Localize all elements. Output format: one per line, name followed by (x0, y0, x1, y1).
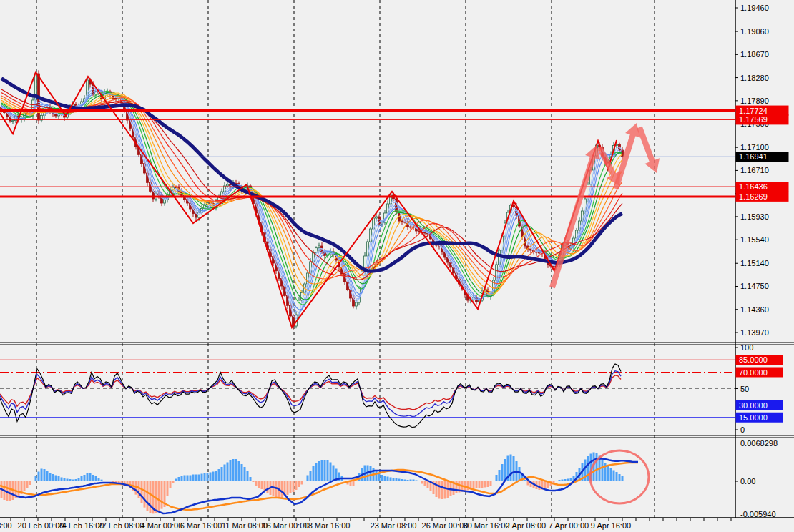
price-axis-labels: 1.194601.190601.186701.182801.178901.175… (735, 4, 789, 518)
svg-text:85.0000: 85.0000 (739, 355, 768, 364)
trading-chart-window: 1.194601.190601.186701.182801.178901.175… (0, 0, 794, 532)
svg-text:6 Mar 16:00: 6 Mar 16:00 (180, 521, 222, 530)
svg-text:-0.005940: -0.005940 (740, 510, 776, 518)
svg-text:15.0000: 15.0000 (739, 413, 768, 422)
svg-text:11 Mar 08:00: 11 Mar 08:00 (222, 521, 268, 530)
svg-text:1.15540: 1.15540 (740, 235, 769, 244)
svg-text:16 Mar 00:00: 16 Mar 00:00 (263, 521, 309, 530)
svg-text:26 Mar 00:00: 26 Mar 00:00 (422, 521, 469, 530)
svg-text:27 Feb 08:00: 27 Feb 08:00 (98, 521, 144, 530)
ma-ribbon (1, 87, 622, 319)
drawn-annotations-arrows[interactable] (552, 123, 660, 503)
svg-text:1.17724: 1.17724 (739, 107, 768, 115)
svg-text:1.14360: 1.14360 (740, 305, 769, 314)
oscillator-panel[interactable] (0, 360, 735, 427)
svg-text:1.16710: 1.16710 (740, 166, 769, 174)
svg-text:4 Mar 00:00: 4 Mar 00:00 (141, 521, 183, 530)
price-panel[interactable] (0, 70, 735, 330)
svg-text:100: 100 (740, 343, 753, 352)
chart-canvas[interactable]: 1.194601.190601.186701.182801.178901.175… (0, 0, 794, 532)
svg-text:1.18280: 1.18280 (740, 74, 769, 82)
svg-text:0.0068298: 0.0068298 (740, 439, 778, 448)
svg-text:30.0000: 30.0000 (739, 401, 768, 410)
svg-text:1.16941: 1.16941 (739, 152, 768, 161)
svg-text:1.17100: 1.17100 (740, 143, 769, 152)
trend-arrow-annotation[interactable] (616, 123, 640, 189)
svg-text:1.14750: 1.14750 (740, 282, 769, 290)
svg-text:1.17890: 1.17890 (740, 97, 769, 105)
svg-text:9 Apr 16:00: 9 Apr 16:00 (591, 521, 631, 530)
time-axis-labels: 8:0020 Feb 00:0024 Feb 16:0027 Feb 08:00… (0, 518, 731, 530)
svg-text:1.15140: 1.15140 (740, 259, 769, 267)
svg-text:0.00: 0.00 (740, 477, 755, 486)
trend-arrow-annotation[interactable] (639, 127, 660, 173)
svg-text:0: 0 (740, 425, 745, 434)
svg-text:1.19460: 1.19460 (740, 4, 769, 12)
macd-panel[interactable] (0, 453, 638, 514)
svg-text:30 Mar 16:00: 30 Mar 16:00 (464, 521, 510, 530)
svg-text:1.15930: 1.15930 (740, 212, 769, 221)
svg-text:1.13970: 1.13970 (740, 328, 769, 337)
svg-text:1.18670: 1.18670 (740, 50, 769, 59)
svg-text:70.0000: 70.0000 (739, 368, 768, 377)
svg-text:1.17569: 1.17569 (739, 115, 768, 124)
svg-text:1.16269: 1.16269 (739, 192, 768, 201)
svg-text:8:00: 8:00 (0, 521, 12, 530)
svg-text:7 Apr 00:00: 7 Apr 00:00 (549, 521, 589, 530)
svg-text:18 Mar 16:00: 18 Mar 16:00 (304, 521, 351, 530)
svg-text:1.16436: 1.16436 (739, 182, 768, 191)
svg-text:23 Mar 08:00: 23 Mar 08:00 (371, 521, 417, 530)
svg-text:1.19060: 1.19060 (740, 27, 769, 36)
svg-text:2 Apr 08:00: 2 Apr 08:00 (506, 521, 546, 530)
svg-text:50: 50 (740, 385, 749, 393)
